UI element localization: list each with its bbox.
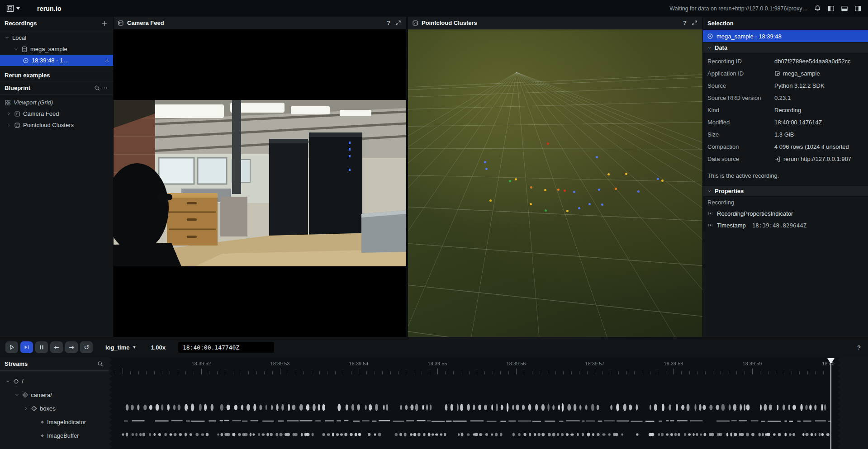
follow-button[interactable]: [20, 341, 33, 353]
chevron-right-icon[interactable]: [24, 406, 28, 411]
help-button[interactable]: ?: [682, 19, 688, 27]
chevron-down-icon[interactable]: [5, 35, 9, 40]
help-button[interactable]: ?: [855, 344, 863, 351]
pause-button[interactable]: [35, 341, 48, 353]
data-row-text: Python 3.12.2 SDK: [774, 82, 825, 89]
recording-tree-item[interactable]: 18:39:48 - 1…: [0, 55, 113, 66]
data-row: Recording IDdb07f2789ee544aa8a0d52cc: [703, 55, 868, 67]
property-component-value: 18:39:48.829644Z: [752, 222, 806, 229]
play-icon: [9, 344, 15, 350]
pointcloud-header[interactable]: Pointcloud Clusters ?: [408, 17, 702, 29]
component-icon: [707, 211, 713, 216]
data-row-text: Recording: [774, 107, 801, 113]
data-rows: Recording IDdb07f2789ee544aa8a0d52ccAppl…: [703, 53, 868, 167]
point-yellow: [544, 189, 546, 191]
camera-feed-header[interactable]: Camera Feed ?: [114, 17, 406, 29]
point-blue: [573, 191, 575, 193]
search-icon[interactable]: [96, 360, 104, 368]
rerun-examples-section[interactable]: Rerun examples: [0, 69, 113, 81]
search-icon[interactable]: [93, 84, 101, 92]
close-icon[interactable]: [104, 58, 109, 63]
more-options-icon[interactable]: [101, 84, 109, 92]
data-row-value: db07f2789ee544aa8a0d52cc: [774, 58, 863, 65]
recording-tree-item[interactable]: Local: [0, 32, 113, 43]
blueprint-root-viewport[interactable]: Viewport (Grid): [0, 97, 113, 108]
selection-panel: Selection mega_sample - 18:39:48 Data Re…: [702, 17, 868, 337]
chevron-right-icon[interactable]: [6, 123, 11, 128]
ruler-time-label: 18:39:54: [349, 361, 369, 366]
notifications-icon[interactable]: [814, 5, 821, 12]
selected-recording-item[interactable]: mega_sample - 18:39:48: [703, 30, 868, 42]
point-blue: [485, 168, 488, 170]
step-back-button[interactable]: ←: [50, 341, 63, 353]
data-row-value: 4 096 rows (1024 if unsorted: [774, 143, 863, 150]
data-row-label: Application ID: [707, 70, 774, 77]
caret-down-icon: [16, 7, 20, 10]
chevron-right-icon[interactable]: [6, 111, 11, 116]
loop-button[interactable]: ↺: [80, 341, 93, 353]
caret-down-icon: ▼: [132, 345, 136, 350]
blueprint-view-item[interactable]: Camera Feed: [0, 108, 113, 119]
playhead[interactable]: [830, 364, 831, 449]
expand-icon[interactable]: [691, 19, 698, 27]
step-forward-button[interactable]: →: [65, 341, 78, 353]
playback-buttons: ←→↺: [5, 341, 93, 353]
view-2d-icon: [118, 20, 124, 26]
rerun-logo-icon: [6, 5, 14, 12]
data-row-text: mega_sample: [783, 70, 820, 77]
component-icon: [40, 420, 44, 424]
data-row: Application IDmega_sample: [703, 67, 868, 80]
recording-tree-item[interactable]: mega_sample: [0, 43, 113, 55]
ruler-time-label: 18:39:52: [192, 361, 211, 366]
recording-tree-label: Local: [12, 34, 26, 41]
pointcloud-title: Pointcloud Clusters: [422, 19, 477, 26]
timeline-panel[interactable]: 18:39:5218:39:5318:39:5418:39:5518:39:56…: [109, 357, 868, 449]
help-button[interactable]: ?: [386, 19, 391, 27]
time-control-bar: ←→↺ log_time ▼ 1.00x 18:40:00.147740Z ?: [0, 337, 868, 357]
play-button[interactable]: [5, 341, 18, 353]
playhead-marker-icon[interactable]: [827, 358, 835, 364]
point-blue: [596, 156, 598, 158]
data-row-label: Kind: [707, 107, 774, 113]
recording-tree-label: mega_sample: [30, 46, 67, 52]
recording-icon: [707, 33, 713, 39]
timeline-selector[interactable]: log_time ▼: [105, 344, 136, 351]
left-panel-toggle-icon[interactable]: [827, 5, 835, 12]
stream-tree-item[interactable]: /: [0, 374, 109, 388]
camera-feed-view[interactable]: [114, 29, 406, 337]
streams-title: Streams: [5, 360, 28, 367]
point-green: [545, 209, 547, 212]
blueprint-header: Blueprint: [0, 81, 113, 95]
blueprint-view-item[interactable]: Pointcloud Clusters: [0, 119, 113, 131]
point-green: [509, 180, 511, 182]
app-menu[interactable]: [6, 5, 20, 12]
stream-tree-item[interactable]: boxes: [0, 402, 109, 415]
point-yellow: [489, 199, 492, 202]
properties-section-header[interactable]: Properties: [703, 185, 868, 197]
point-orange: [530, 186, 532, 189]
property-component-row[interactable]: Timestamp18:39:48.829644Z: [703, 219, 868, 231]
pointcloud-view[interactable]: [408, 29, 702, 337]
stream-tree-label: ImageIndicator: [47, 419, 86, 425]
current-time-field[interactable]: 18:40:00.147740Z: [178, 342, 274, 353]
pointcloud-panel: Pointcloud Clusters ?: [408, 17, 702, 337]
chevron-down-icon[interactable]: [14, 392, 19, 397]
app-title: rerun.io: [37, 5, 62, 12]
add-recording-button[interactable]: [100, 19, 109, 28]
timeline-events-canvas[interactable]: [109, 357, 868, 449]
right-panel-toggle-icon[interactable]: [854, 5, 862, 12]
bottom-panel-toggle-icon[interactable]: [841, 5, 848, 12]
blueprint-title: Blueprint: [5, 85, 30, 91]
streams-header: Streams: [0, 357, 109, 371]
data-section-header[interactable]: Data: [703, 42, 868, 53]
point-blue: [601, 203, 603, 206]
stream-tree-item[interactable]: ImageBuffer: [0, 429, 109, 442]
stream-tree-item[interactable]: camera/: [0, 388, 109, 402]
stream-tree-item[interactable]: ImageIndicator: [0, 415, 109, 429]
property-component-row[interactable]: RecordingPropertiesIndicator: [703, 208, 868, 219]
expand-icon[interactable]: [394, 19, 402, 27]
chevron-down-icon[interactable]: [14, 47, 19, 52]
chevron-down-icon[interactable]: [5, 379, 10, 384]
component-icon: [707, 223, 713, 227]
playback-speed[interactable]: 1.00x: [151, 344, 166, 351]
